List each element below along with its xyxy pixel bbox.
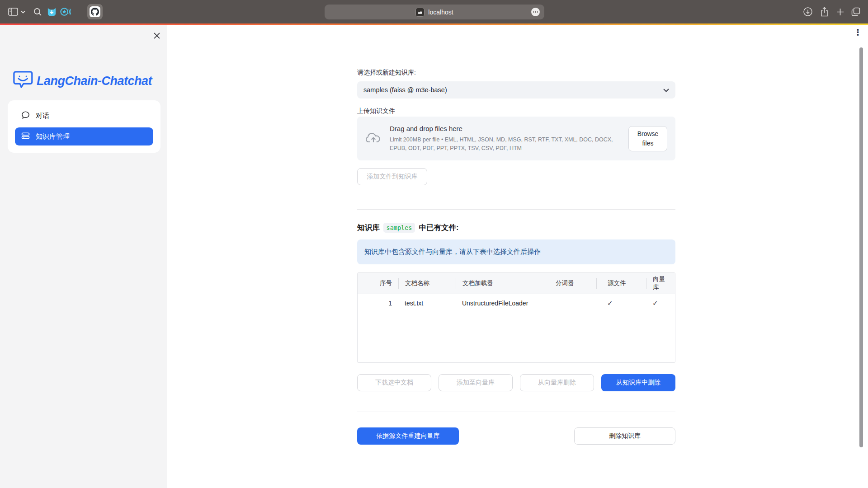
col-header-vector: 向量库 xyxy=(646,278,675,289)
extension-cat-icon[interactable] xyxy=(45,0,58,23)
sidebar-toggle-icon[interactable] xyxy=(7,0,19,23)
download-icon[interactable] xyxy=(801,0,815,23)
kb-name-chip: samples xyxy=(383,223,415,233)
add-files-button[interactable]: 添加文件到知识库 xyxy=(357,168,427,185)
dropzone-title: Drag and drop files here xyxy=(390,125,622,132)
cell-vector-check: ✓ xyxy=(646,299,675,307)
info-text: 知识库中包含源文件与向量库，请从下表中选择文件后操作 xyxy=(364,248,541,256)
new-tab-icon[interactable] xyxy=(833,0,847,23)
delete-kb-button[interactable]: 删除知识库 xyxy=(574,427,675,445)
info-banner: 知识库中包含源文件与向量库，请从下表中选择文件后操作 xyxy=(357,239,675,264)
app-logo: LangChain-Chatchat xyxy=(13,70,152,91)
add-to-vectorstore-button[interactable]: 添加至向量库 xyxy=(439,374,513,391)
ellipsis-icon xyxy=(533,11,538,13)
cell-source-check: ✓ xyxy=(596,299,646,307)
divider xyxy=(357,209,675,210)
kb-files-table[interactable]: 序号 文档名称 文档加载器 分词器 源文件 向量库 1 test.txt Uns… xyxy=(357,272,675,363)
tabs-overview-icon[interactable] xyxy=(849,0,863,23)
delete-from-kb-button[interactable]: 从知识库中删除 xyxy=(601,374,675,391)
heading-prefix: 知识库 xyxy=(357,223,380,233)
app-menu-button[interactable]: ⋮ xyxy=(854,28,862,37)
logo-chat-icon xyxy=(13,70,33,91)
browser-toolbar: localhost xyxy=(0,0,868,23)
sidebar-item-dialogue[interactable]: 对话 xyxy=(15,107,153,125)
cell-loader: UnstructuredFileLoader xyxy=(456,300,549,307)
kb-files-heading: 知识库 samples 中已有文件: xyxy=(357,223,458,233)
url-text: localhost xyxy=(428,9,453,16)
sidebar-item-label: 知识库管理 xyxy=(36,132,70,141)
knowledge-base-icon xyxy=(21,131,30,141)
file-dropzone[interactable]: Drag and drop files here Limit 200MB per… xyxy=(357,117,675,160)
chat-bubble-icon xyxy=(21,111,30,121)
col-header-source: 源文件 xyxy=(596,278,646,289)
download-selected-button[interactable]: 下载选中文档 xyxy=(357,374,431,391)
page-ellipsis-button[interactable] xyxy=(531,8,540,16)
sidebar-item-kb-management[interactable]: 知识库管理 xyxy=(15,127,153,145)
sidebar: LangChain-Chatchat 对话 知识库管理 xyxy=(0,25,167,488)
col-header-loader: 文档加载器 xyxy=(456,278,549,289)
cell-index: 1 xyxy=(358,300,398,307)
cloud-upload-icon xyxy=(365,131,382,146)
cell-name: test.txt xyxy=(398,300,456,307)
delete-from-vectorstore-button[interactable]: 从向量库删除 xyxy=(520,374,594,391)
address-bar[interactable]: localhost xyxy=(325,5,544,19)
divider xyxy=(357,412,675,412)
share-icon[interactable] xyxy=(817,0,831,23)
extension-badge-icon[interactable] xyxy=(59,0,72,23)
chevron-down-icon[interactable] xyxy=(20,0,26,23)
github-extension-button[interactable] xyxy=(87,4,103,19)
github-icon xyxy=(90,6,100,17)
chevron-down-icon xyxy=(663,86,669,94)
kb-select-dropdown[interactable]: samples (faiss @ m3e-base) xyxy=(357,81,675,99)
table-header-row: 序号 文档名称 文档加载器 分词器 源文件 向量库 xyxy=(358,273,675,294)
col-header-splitter: 分词器 xyxy=(549,278,596,289)
kb-select-value: samples (faiss @ m3e-base) xyxy=(363,86,663,94)
browse-files-button[interactable]: Browse files xyxy=(628,126,667,151)
dropzone-hint: Limit 200MB per file • EML, HTML, JSON, … xyxy=(390,136,622,152)
logo-text: LangChain-Chatchat xyxy=(37,74,152,88)
sidebar-menu: 对话 知识库管理 xyxy=(8,100,160,153)
vertical-scrollbar[interactable] xyxy=(859,47,863,447)
rebuild-vectorstore-button[interactable]: 依据源文件重建向量库 xyxy=(357,427,459,445)
sidebar-item-label: 对话 xyxy=(36,112,49,120)
kb-select-label: 请选择或新建知识库: xyxy=(357,69,416,77)
search-icon[interactable] xyxy=(32,0,43,23)
site-favicon xyxy=(415,8,425,17)
dropzone-instructions: Drag and drop files here Limit 200MB per… xyxy=(390,125,628,152)
table-row[interactable]: 1 test.txt UnstructuredFileLoader ✓ ✓ xyxy=(358,294,675,312)
col-header-name: 文档名称 xyxy=(398,278,456,289)
col-header-index: 序号 xyxy=(358,278,398,289)
heading-suffix: 中已有文件: xyxy=(419,223,458,233)
sidebar-close-button[interactable] xyxy=(152,31,162,41)
upload-label: 上传知识文件 xyxy=(357,107,395,115)
